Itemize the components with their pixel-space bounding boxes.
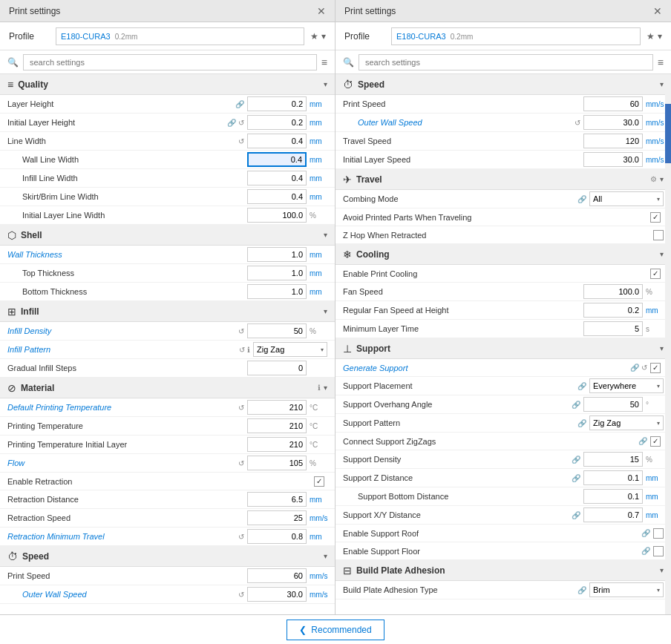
regular-fan-speed-height-value[interactable]: 0.2	[583, 303, 643, 318]
material-chevron[interactable]: ▾	[324, 384, 327, 392]
support-z-distance-value[interactable]: 0.1	[583, 470, 643, 485]
right-speed-header[interactable]: ⏱ Speed ▾	[336, 74, 671, 95]
generate-support-link-icon[interactable]: 🔗	[630, 364, 639, 372]
combing-mode-dropdown[interactable]: All ▾	[589, 191, 664, 206]
travel-gear-icon[interactable]: ⚙	[650, 175, 657, 183]
flow-reset-icon[interactable]: ↺	[238, 459, 244, 467]
left-profile-select[interactable]: E180-CURA3 0.2mm	[56, 27, 304, 45]
right-build-plate-header[interactable]: ⊟ Build Plate Adhesion ▾	[336, 560, 671, 581]
avoid-printed-parts-checkbox[interactable]	[650, 212, 661, 223]
enable-print-cooling-checkbox[interactable]	[650, 269, 661, 279]
infill-density-reset-icon[interactable]: ↺	[238, 327, 244, 335]
right-outer-wall-speed-reset-icon[interactable]: ↺	[575, 119, 580, 127]
fan-speed-value[interactable]: 100.0	[583, 284, 643, 299]
retraction-min-travel-value[interactable]: 0.8	[247, 529, 307, 544]
infill-pattern-reset-icon[interactable]: ↺	[239, 346, 245, 354]
infill-chevron[interactable]: ▾	[324, 307, 327, 315]
enable-support-floor-link-icon[interactable]: 🔗	[641, 547, 650, 555]
shell-chevron[interactable]: ▾	[324, 231, 327, 239]
build-plate-adhesion-type-dropdown[interactable]: Brim ▾	[589, 582, 664, 597]
support-density-link-icon[interactable]: 🔗	[572, 456, 580, 464]
right-travel-header[interactable]: ✈ Travel ⚙ ▾	[336, 169, 671, 190]
left-menu-icon[interactable]: ≡	[321, 56, 327, 68]
infill-density-value[interactable]: 50	[247, 323, 307, 338]
default-print-temp-value[interactable]: 210	[247, 400, 307, 415]
support-pattern-dropdown[interactable]: Zig Zag ▾	[589, 415, 664, 430]
retraction-speed-value[interactable]: 25	[247, 510, 307, 525]
support-placement-dropdown[interactable]: Everywhere ▾	[589, 378, 664, 393]
infill-pattern-dropdown[interactable]: Zig Zag ▾	[253, 342, 327, 357]
support-xy-distance-link-icon[interactable]: 🔗	[572, 511, 580, 519]
right-print-speed-value[interactable]: 60	[583, 96, 643, 111]
left-star-icon[interactable]: ★	[310, 31, 318, 42]
recommended-button[interactable]: ❮ Recommended	[287, 620, 384, 640]
right-panel-close[interactable]: ✕	[653, 5, 662, 17]
right-support-header[interactable]: ⊥ Support ▾	[336, 338, 671, 359]
right-star-icon[interactable]: ★	[647, 31, 655, 42]
cooling-chevron[interactable]: ▾	[660, 250, 664, 258]
left-outer-wall-speed-reset-icon[interactable]: ↺	[238, 591, 244, 599]
skirt-brim-line-width-value[interactable]: 0.4	[247, 189, 307, 204]
right-profile-select[interactable]: E180-CURA3 0.2mm	[391, 27, 641, 45]
right-scrollbar-thumb[interactable]	[665, 104, 671, 163]
support-xy-distance-value[interactable]: 0.7	[583, 507, 643, 522]
left-speed-chevron[interactable]: ▾	[324, 552, 327, 560]
travel-chevron[interactable]: ▾	[660, 175, 664, 183]
initial-layer-height-value[interactable]: 0.2	[247, 115, 307, 130]
initial-layer-reset-icon[interactable]: ↺	[238, 119, 244, 127]
generate-support-reset-icon[interactable]: ↺	[641, 364, 647, 372]
infill-pattern-info-icon[interactable]: ℹ	[247, 346, 250, 354]
enable-support-roof-checkbox[interactable]	[653, 528, 664, 539]
connect-support-zigzags-checkbox[interactable]	[650, 436, 661, 447]
quality-chevron[interactable]: ▾	[324, 80, 327, 88]
enable-support-floor-checkbox[interactable]	[653, 546, 664, 556]
travel-speed-value[interactable]: 120	[583, 134, 643, 148]
right-chevron-down-icon[interactable]: ▾	[658, 31, 662, 42]
initial-layer-link-icon[interactable]: 🔗	[227, 119, 236, 127]
printing-temp-value[interactable]: 210	[247, 418, 307, 433]
generate-support-checkbox[interactable]	[650, 363, 661, 373]
material-info-icon[interactable]: ℹ	[318, 384, 321, 392]
support-overhang-angle-value[interactable]: 50	[583, 397, 643, 412]
combing-mode-link-icon[interactable]: 🔗	[577, 195, 586, 203]
enable-support-roof-link-icon[interactable]: 🔗	[641, 529, 650, 537]
retraction-min-travel-reset-icon[interactable]: ↺	[238, 533, 244, 541]
wall-line-width-value[interactable]: 0.4	[247, 152, 307, 167]
z-hop-checkbox[interactable]	[653, 230, 664, 240]
left-quality-header[interactable]: ≡ Quality ▾	[0, 74, 335, 95]
right-menu-icon[interactable]: ≡	[658, 56, 664, 68]
support-overhang-link-icon[interactable]: 🔗	[572, 401, 580, 409]
flow-value[interactable]: 105	[247, 456, 307, 470]
line-width-value[interactable]: 0.4	[247, 134, 307, 148]
bottom-thickness-value[interactable]: 1.0	[247, 284, 307, 299]
support-z-distance-link-icon[interactable]: 🔗	[572, 474, 580, 482]
retraction-distance-value[interactable]: 6.5	[247, 492, 307, 507]
line-width-reset-icon[interactable]: ↺	[238, 137, 244, 145]
initial-layer-line-width-value[interactable]: 100.0	[247, 208, 307, 223]
initial-layer-speed-value[interactable]: 30.0	[583, 152, 643, 167]
left-search-input[interactable]	[23, 54, 317, 70]
wall-thickness-value[interactable]: 1.0	[247, 247, 307, 262]
right-speed-chevron[interactable]: ▾	[660, 80, 664, 88]
infill-line-width-value[interactable]: 0.4	[247, 171, 307, 185]
printing-temp-initial-layer-value[interactable]: 210	[247, 437, 307, 452]
build-plate-chevron[interactable]: ▾	[660, 566, 664, 574]
left-panel-close[interactable]: ✕	[317, 5, 326, 17]
left-speed-header[interactable]: ⏱ Speed ▾	[0, 546, 335, 567]
min-layer-time-value[interactable]: 5	[583, 321, 643, 336]
gradual-infill-steps-value[interactable]: 0	[247, 361, 307, 375]
left-shell-header[interactable]: ⬡ Shell ▾	[0, 225, 335, 246]
right-cooling-header[interactable]: ❄ Cooling ▾	[336, 244, 671, 265]
connect-support-zigzags-link-icon[interactable]: 🔗	[638, 437, 647, 445]
support-pattern-link-icon[interactable]: 🔗	[577, 419, 586, 427]
left-print-speed-value[interactable]: 60	[247, 568, 307, 583]
default-print-temp-reset-icon[interactable]: ↺	[238, 404, 244, 412]
enable-retraction-checkbox[interactable]	[314, 476, 324, 487]
left-infill-header[interactable]: ⊞ Infill ▾	[0, 301, 335, 322]
left-chevron-down-icon[interactable]: ▾	[321, 31, 326, 42]
support-density-value[interactable]: 15	[583, 452, 643, 467]
layer-height-link-icon[interactable]: 🔗	[235, 100, 244, 108]
support-placement-link-icon[interactable]: 🔗	[577, 382, 586, 390]
build-plate-adhesion-type-link-icon[interactable]: 🔗	[577, 586, 586, 594]
left-outer-wall-speed-value[interactable]: 30.0	[247, 587, 307, 602]
